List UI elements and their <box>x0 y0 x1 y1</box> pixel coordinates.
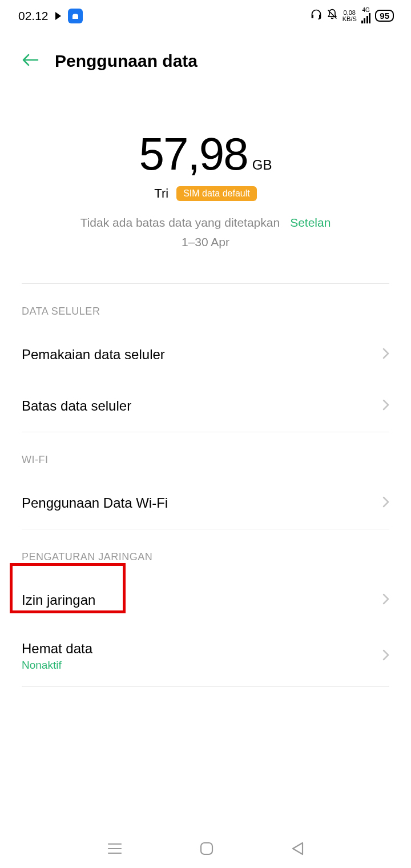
chevron-right-icon <box>382 347 389 363</box>
section-header-network: PENGATURAN JARINGAN <box>0 529 411 574</box>
list-item-label: Penggunaan Data Wi-Fi <box>22 495 168 511</box>
network-indicator: 4G <box>361 7 371 25</box>
wifi-usage-item[interactable]: Penggunaan Data Wi-Fi <box>0 477 411 529</box>
list-item-label: Izin jaringan <box>22 592 95 608</box>
data-usage-unit: GB <box>252 157 272 173</box>
data-usage-value: 57,98 <box>139 128 248 180</box>
date-range: 1–30 Apr <box>0 235 411 249</box>
app-header: Penggunaan data <box>0 31 411 82</box>
list-item-label: Batas data seluler <box>22 398 131 414</box>
chevron-right-icon <box>382 592 389 608</box>
list-item-label: Hemat data <box>22 641 92 657</box>
list-item-subtitle: Nonaktif <box>22 659 92 672</box>
home-icon[interactable] <box>199 841 214 858</box>
section-header-wifi: WI-FI <box>0 432 411 477</box>
cellular-limit-item[interactable]: Batas data seluler <box>0 380 411 432</box>
chevron-right-icon <box>382 495 389 511</box>
page-title: Penggunaan data <box>55 51 198 71</box>
navigation-bar <box>0 831 411 868</box>
status-time: 02.12 <box>18 9 49 23</box>
data-speed: 0,08 KB/S <box>342 10 357 22</box>
status-right: 0,08 KB/S 4G 95 <box>311 7 394 25</box>
headset-icon <box>311 9 322 23</box>
signal-icon <box>361 13 371 23</box>
back-icon[interactable] <box>291 841 304 858</box>
section-header-cellular: DATA SELULER <box>0 284 411 329</box>
status-bar: 02.12 0,08 KB/S 4G 95 <box>0 0 411 31</box>
network-permission-item[interactable]: Izin jaringan <box>0 574 411 626</box>
battery-indicator: 95 <box>375 10 394 22</box>
carrier-name: Tri <box>154 186 168 201</box>
chevron-right-icon <box>382 648 389 664</box>
svg-rect-3 <box>201 843 212 854</box>
back-arrow-icon[interactable] <box>22 51 39 71</box>
data-summary: 57,98 GB Tri SIM data default Tidak ada … <box>0 82 411 283</box>
chevron-right-icon <box>382 398 389 414</box>
settings-link[interactable]: Setelan <box>290 216 331 230</box>
divider <box>22 686 389 687</box>
recent-apps-icon[interactable] <box>107 842 122 857</box>
data-limit-text: Tidak ada batas data yang ditetapkan <box>80 216 280 230</box>
sim-default-badge: SIM data default <box>176 186 257 201</box>
dnd-icon <box>327 9 338 23</box>
cellular-usage-item[interactable]: Pemakaian data seluler <box>0 329 411 380</box>
status-left: 02.12 <box>18 9 83 23</box>
app-notification-icon <box>68 9 83 23</box>
data-saver-item[interactable]: Hemat data Nonaktif <box>0 626 411 686</box>
list-item-label: Pemakaian data seluler <box>22 347 165 363</box>
play-store-icon <box>55 12 61 20</box>
